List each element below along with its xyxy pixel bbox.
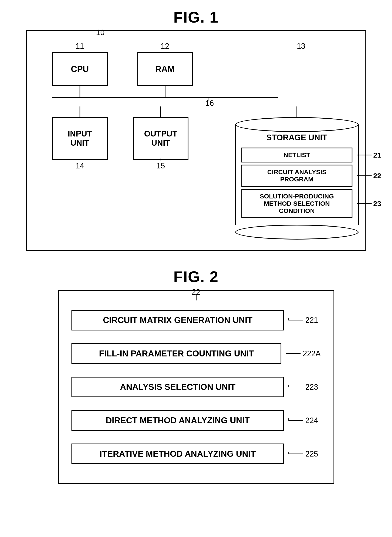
fill-in-param-unit: FILL-IN PARAMETER COUNTING UNIT — [71, 343, 282, 364]
fig1-main-box: 11 CPU 12 RAM — [26, 30, 366, 251]
ref-input-label: 14 — [75, 162, 84, 170]
input-top-connector — [79, 106, 80, 117]
storage-title: STORAGE UNIT — [236, 132, 358, 145]
ref-23: 23 — [357, 200, 381, 208]
cpu-box: CPU — [52, 52, 108, 86]
storage-cylinder: STORAGE UNIT NETLIST 21 — [235, 117, 359, 240]
input-box: INPUTUNIT — [52, 117, 108, 160]
ram-connector — [165, 86, 165, 97]
storage-top-area: 13 — [239, 42, 363, 97]
ref-223: 223 — [288, 383, 318, 392]
ref-ram-label: 12 — [161, 42, 169, 50]
direct-method-unit: DIRECT METHOD ANALYZING UNIT — [71, 410, 284, 431]
analysis-selection-unit: ANALYSIS SELECTION UNIT — [71, 377, 284, 397]
fig2-item-1: CIRCUIT MATRIX GENERATION UNIT 221 — [71, 305, 321, 335]
ref-22-storage: 22 — [357, 172, 381, 180]
cylinder-body: STORAGE UNIT NETLIST 21 — [235, 124, 359, 225]
fig2-item-2: FILL-IN PARAMETER COUNTING UNIT 222A — [71, 339, 321, 368]
cylinder-bottom — [235, 225, 359, 240]
fig2-item-3: ANALYSIS SELECTION UNIT 223 — [71, 372, 321, 402]
ref-224: 224 — [288, 416, 318, 425]
ref-output-label: 15 — [156, 162, 165, 170]
ref-storage-label: 13 — [297, 42, 305, 50]
ref-225: 225 — [288, 450, 318, 458]
ref-222a: 222A — [286, 349, 321, 358]
output-group: OUTPUTUNIT 15 — [133, 106, 188, 170]
solution-item: SOLUTION-PRODUCINGMETHOD SELECTIONCONDIT… — [241, 189, 352, 218]
circuit-matrix-unit: CIRCUIT MATRIX GENERATION UNIT — [71, 310, 284, 330]
cylinder-top — [235, 117, 359, 132]
output-top-connector — [160, 106, 161, 117]
ref-21: 21 — [357, 151, 381, 159]
iterative-method-unit: ITERATIVE METHOD ANALYZING UNIT — [71, 443, 284, 464]
fig1-title: FIG. 1 — [173, 9, 219, 26]
fig2-title: FIG. 2 — [173, 268, 219, 285]
fig2-item-5: ITERATIVE METHOD ANALYZING UNIT 225 — [71, 439, 321, 468]
cpu-connector — [79, 86, 80, 97]
ram-group: 12 RAM — [137, 42, 193, 97]
storage-connector — [297, 106, 297, 117]
fig2-item-4: DIRECT METHOD ANALYZING UNIT 224 — [71, 406, 321, 435]
bus-line — [52, 97, 278, 98]
ram-box: RAM — [137, 52, 193, 86]
fig1-diagram: 11 CPU 12 RAM — [40, 42, 350, 240]
input-group: INPUTUNIT 14 — [52, 106, 108, 170]
fig1-section: FIG. 1 10 11 CPU — [13, 9, 379, 251]
ref-221: 221 — [288, 316, 318, 325]
cpu-group: 11 CPU — [52, 42, 108, 97]
storage-group: STORAGE UNIT NETLIST 21 — [235, 106, 359, 240]
fig2-main-box: CIRCUIT MATRIX GENERATION UNIT 221 FILL-… — [58, 290, 334, 484]
ref-cpu-label: 11 — [75, 42, 84, 50]
circuit-analysis-item: CIRCUIT ANALYSISPROGRAM 22 — [241, 165, 352, 187]
netlist-item: NETLIST 21 — [241, 147, 352, 162]
output-box: OUTPUTUNIT — [133, 117, 188, 160]
fig2-section: FIG. 2 22 CIRCUIT MATRIX GENERATION UNIT… — [13, 268, 379, 484]
